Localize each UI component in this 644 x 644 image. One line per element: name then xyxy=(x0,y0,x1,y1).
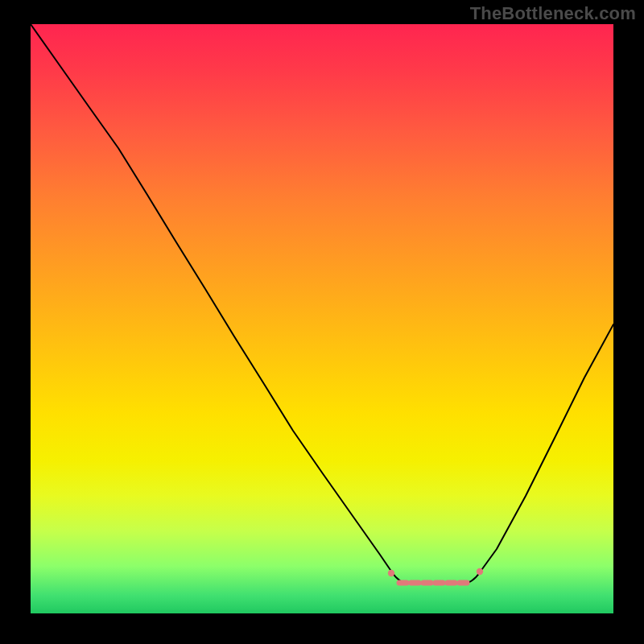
trough-dot-left xyxy=(388,570,394,576)
trough-dot-right xyxy=(477,568,483,575)
plot-area xyxy=(31,24,613,613)
curve-path xyxy=(31,24,613,584)
bottleneck-curve xyxy=(31,24,613,613)
watermark-text: TheBottleneck.com xyxy=(470,3,636,24)
chart-frame: TheBottleneck.com xyxy=(0,0,644,644)
